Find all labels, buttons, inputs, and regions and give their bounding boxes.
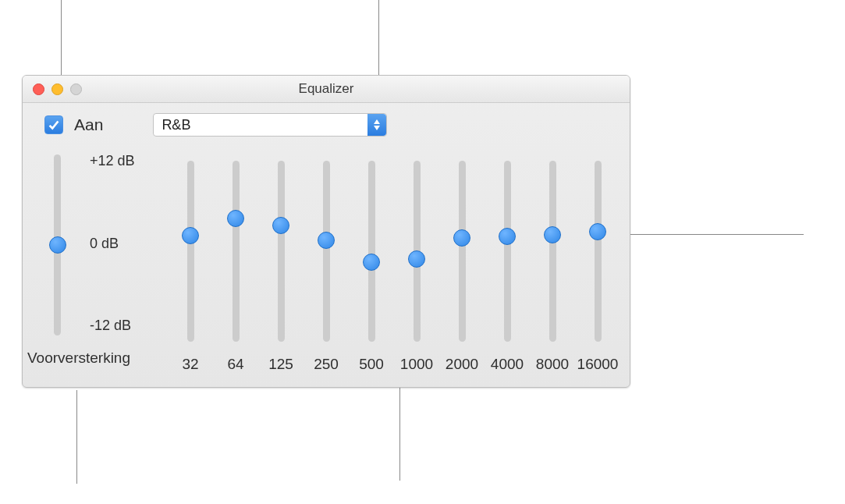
band-hz-label: 2000 bbox=[446, 356, 478, 373]
callout-line bbox=[76, 390, 77, 484]
band-slider-500[interactable] bbox=[368, 161, 375, 342]
callout-line bbox=[399, 387, 400, 481]
band-slider-thumb-32[interactable] bbox=[182, 227, 199, 244]
band-250: 250 bbox=[304, 154, 349, 373]
eq-enabled-label: Aan bbox=[74, 115, 103, 134]
band-8000: 8000 bbox=[530, 154, 575, 373]
svg-marker-0 bbox=[374, 119, 380, 124]
band-hz-label: 32 bbox=[182, 356, 198, 373]
band-16000: 16000 bbox=[575, 154, 620, 373]
preset-select[interactable]: R&B bbox=[153, 113, 387, 137]
band-hz-label: 4000 bbox=[491, 356, 524, 373]
stepper-arrows-icon bbox=[367, 114, 386, 136]
band-hz-label: 64 bbox=[227, 356, 243, 373]
scale-label-top: +12 dB bbox=[90, 153, 135, 169]
band-slider-125[interactable] bbox=[278, 161, 285, 342]
band-slider-thumb-500[interactable] bbox=[363, 254, 380, 271]
band-64: 64 bbox=[213, 154, 258, 373]
band-slider-1000[interactable] bbox=[414, 161, 421, 342]
traffic-lights bbox=[23, 83, 82, 95]
maximize-icon bbox=[70, 83, 82, 95]
band-slider-32[interactable] bbox=[187, 161, 194, 342]
scale-labels: +12 dB 0 dB -12 dB bbox=[90, 153, 135, 334]
band-slider-8000[interactable] bbox=[549, 161, 556, 342]
band-slider-250[interactable] bbox=[323, 161, 330, 342]
scale-label-mid: 0 dB bbox=[90, 236, 135, 252]
titlebar: Equalizer bbox=[23, 76, 630, 103]
eq-body: +12 dB 0 dB -12 dB Voorversterking 32641… bbox=[23, 144, 630, 387]
bands: 3264125250500100020004000800016000 bbox=[168, 148, 620, 373]
band-slider-thumb-1000[interactable] bbox=[408, 250, 425, 268]
close-icon[interactable] bbox=[33, 83, 44, 95]
bands-column: 3264125250500100020004000800016000 bbox=[168, 148, 630, 373]
preamp-slider[interactable] bbox=[54, 154, 61, 335]
band-slider-16000[interactable] bbox=[595, 161, 602, 342]
minimize-icon[interactable] bbox=[51, 83, 63, 95]
band-slider-4000[interactable] bbox=[504, 161, 511, 342]
band-hz-label: 500 bbox=[359, 356, 384, 373]
band-500: 500 bbox=[349, 154, 394, 373]
band-slider-thumb-4000[interactable] bbox=[499, 228, 516, 245]
band-2000: 2000 bbox=[439, 154, 485, 373]
svg-marker-1 bbox=[374, 126, 380, 130]
band-hz-label: 125 bbox=[268, 356, 293, 373]
checkmark-icon bbox=[47, 118, 61, 132]
band-hz-label: 1000 bbox=[400, 356, 433, 373]
band-slider-thumb-8000[interactable] bbox=[544, 226, 561, 243]
chevron-down-icon bbox=[373, 125, 381, 131]
controls-row: Aan R&B bbox=[23, 103, 630, 144]
band-32: 32 bbox=[168, 154, 213, 373]
window-title: Equalizer bbox=[23, 81, 630, 97]
band-slider-64[interactable] bbox=[233, 161, 240, 342]
band-hz-label: 250 bbox=[314, 356, 339, 373]
band-hz-label: 8000 bbox=[536, 356, 569, 373]
chevron-up-icon bbox=[373, 119, 381, 125]
equalizer-window: Equalizer Aan R&B +12 dB 0 dB -12 dB bbox=[22, 75, 630, 388]
band-125: 125 bbox=[258, 154, 304, 373]
preamp-label: Voorversterking bbox=[27, 350, 130, 367]
band-slider-thumb-125[interactable] bbox=[272, 217, 289, 234]
band-slider-2000[interactable] bbox=[459, 161, 466, 342]
preamp-column: +12 dB 0 dB -12 dB Voorversterking bbox=[23, 148, 168, 373]
preset-value: R&B bbox=[154, 117, 367, 133]
band-1000: 1000 bbox=[394, 154, 439, 373]
eq-enabled-checkbox[interactable] bbox=[44, 115, 63, 134]
band-slider-thumb-2000[interactable] bbox=[453, 229, 470, 247]
band-4000: 4000 bbox=[485, 154, 530, 373]
band-hz-label: 16000 bbox=[577, 356, 619, 373]
callout-line bbox=[624, 234, 804, 235]
scale-label-bot: -12 dB bbox=[90, 318, 135, 334]
band-slider-thumb-16000[interactable] bbox=[589, 223, 606, 240]
band-slider-thumb-64[interactable] bbox=[227, 210, 244, 227]
band-slider-thumb-250[interactable] bbox=[318, 232, 335, 249]
preamp-slider-thumb[interactable] bbox=[49, 236, 66, 254]
